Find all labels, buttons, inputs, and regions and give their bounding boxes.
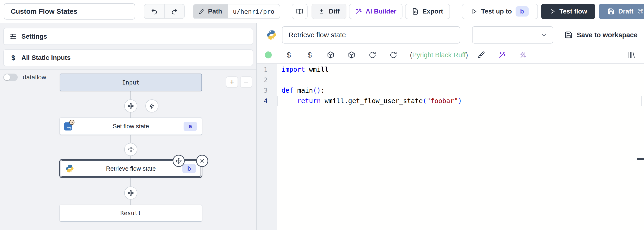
play-icon bbox=[471, 8, 478, 15]
line-number: 3 bbox=[257, 85, 268, 96]
reload-icon[interactable] bbox=[368, 51, 376, 59]
diff-label: Diff bbox=[329, 8, 340, 15]
docs-button[interactable] bbox=[292, 4, 308, 19]
save-icon bbox=[608, 8, 614, 15]
graph-node-set-flow-state[interactable]: TS Set flow state a bbox=[60, 118, 202, 135]
step-editor-panel: Retrieve flow state Save to workspace $ … bbox=[257, 23, 644, 230]
ai-builder-button[interactable]: AI Builder bbox=[349, 4, 402, 19]
package-icon[interactable] bbox=[348, 51, 356, 59]
save-to-workspace-button[interactable]: Save to workspace bbox=[565, 31, 638, 39]
draft-shortcut: ⌘S bbox=[638, 8, 644, 15]
undo-icon bbox=[151, 8, 158, 15]
line-number: 1 bbox=[257, 64, 268, 75]
chevron-down-icon bbox=[540, 31, 548, 39]
graph-node-input[interactable]: Input bbox=[60, 74, 202, 91]
package-icon[interactable] bbox=[327, 51, 334, 59]
export-button[interactable]: Export bbox=[405, 4, 450, 19]
undo-redo-group bbox=[144, 4, 185, 19]
ai-builder-label: AI Builder bbox=[366, 8, 396, 15]
input-node-label: Input bbox=[122, 79, 140, 86]
insert-step-button[interactable] bbox=[124, 99, 137, 112]
test-flow-label: Test flow bbox=[559, 8, 587, 15]
editor-scrollbar[interactable] bbox=[637, 64, 637, 230]
variables-icon[interactable]: $ bbox=[285, 52, 293, 59]
dataflow-label: dataflow bbox=[23, 74, 46, 81]
path-button-group[interactable]: Path u/henri/pro bbox=[193, 4, 280, 19]
dataflow-toggle[interactable] bbox=[3, 74, 18, 81]
step-id-badge: a bbox=[184, 122, 197, 131]
step-id-badge: b bbox=[182, 164, 196, 173]
code-line-4[interactable]: 4 return wmill.get_flow_user_state("foob… bbox=[257, 96, 644, 106]
flow-name-input[interactable]: Custom Flow States bbox=[4, 3, 135, 20]
line-number: 2 bbox=[257, 75, 268, 85]
step-editor-header: Retrieve flow state Save to workspace bbox=[257, 23, 644, 47]
test-up-to-step-badge: b bbox=[516, 6, 528, 17]
delete-node-button[interactable] bbox=[196, 155, 208, 167]
top-toolbar: Custom Flow States Path u/henri/pro bbox=[0, 0, 644, 23]
test-flow-button[interactable]: Test flow bbox=[541, 4, 595, 19]
overview-ruler-mark bbox=[637, 158, 644, 160]
line-number: 4 bbox=[257, 96, 268, 106]
test-up-to-button[interactable]: Test up to b bbox=[462, 4, 538, 19]
pencil-icon bbox=[199, 8, 205, 15]
sliders-icon bbox=[10, 33, 17, 40]
save-draft-button[interactable]: Draft ⌘S bbox=[599, 4, 644, 19]
step-name-input[interactable]: Retrieve flow state bbox=[282, 26, 460, 44]
code-line-3[interactable]: 3def main(): bbox=[257, 85, 644, 96]
sparkles-icon[interactable] bbox=[519, 51, 527, 59]
path-label: Path bbox=[208, 8, 222, 15]
insert-step-button[interactable] bbox=[124, 186, 137, 199]
toggle-knob bbox=[4, 74, 10, 80]
settings-label: Settings bbox=[22, 33, 47, 40]
dollar-icon: $ bbox=[10, 54, 17, 62]
draft-label: Draft bbox=[618, 8, 633, 15]
flow-name-text: Custom Flow States bbox=[11, 8, 78, 15]
export-label: Export bbox=[422, 8, 443, 15]
flow-sidebar: Settings $ All Static Inputs dataflow + … bbox=[0, 23, 257, 230]
python-icon bbox=[66, 164, 74, 173]
save-to-workspace-label: Save to workspace bbox=[577, 31, 638, 39]
code-line-2[interactable]: 2 bbox=[257, 75, 644, 85]
node-label: Set flow state bbox=[112, 123, 149, 130]
all-static-inputs-button[interactable]: $ All Static Inputs bbox=[3, 49, 253, 66]
path-edit-segment[interactable]: Path bbox=[193, 5, 228, 18]
library-icon[interactable] bbox=[627, 51, 635, 59]
code-lines[interactable]: 1import wmill23def main():4 return wmill… bbox=[257, 64, 644, 106]
zoom-out-button[interactable]: − bbox=[240, 76, 252, 88]
step-name-text: Retrieve flow state bbox=[288, 31, 346, 39]
undo-button[interactable] bbox=[144, 5, 164, 18]
diff-icon bbox=[318, 8, 325, 15]
path-value: u/henri/pro bbox=[228, 5, 280, 18]
reload-icon[interactable] bbox=[390, 51, 398, 59]
code-assistants-status[interactable]: (Pyright Black Ruff) bbox=[410, 51, 468, 59]
flow-graph-canvas[interactable]: dataflow + − Input TS Set flow bbox=[0, 70, 256, 229]
redo-icon bbox=[171, 8, 178, 15]
file-code-icon bbox=[412, 8, 419, 15]
code-editor[interactable]: 1import wmill23def main():4 return wmill… bbox=[257, 63, 644, 230]
code-line-1[interactable]: 1import wmill bbox=[257, 64, 644, 75]
result-node-label: Result bbox=[120, 210, 141, 216]
ai-wand-icon[interactable] bbox=[498, 51, 506, 59]
format-brush-icon[interactable] bbox=[477, 51, 485, 59]
wand-sparkles-icon bbox=[355, 8, 362, 15]
bun-icon bbox=[69, 120, 74, 125]
language-select[interactable] bbox=[472, 26, 553, 44]
test-up-to-label: Test up to bbox=[481, 8, 512, 15]
graph-node-result[interactable]: Result bbox=[60, 205, 202, 222]
save-icon bbox=[565, 31, 572, 39]
editor-toolbar: $ $ (Pyright Black Ruff) bbox=[257, 47, 644, 63]
zoom-in-button[interactable]: + bbox=[226, 76, 238, 88]
book-open-icon bbox=[296, 8, 303, 15]
code-text: return wmill.get_flow_user_state("foobar… bbox=[282, 96, 462, 106]
assistant-names: Pyright Black Ruff bbox=[412, 51, 466, 59]
diff-button[interactable]: Diff bbox=[312, 4, 346, 19]
settings-button[interactable]: Settings bbox=[3, 28, 253, 45]
typescript-bun-icon: TS bbox=[64, 122, 72, 130]
add-trigger-button[interactable] bbox=[146, 99, 158, 112]
move-node-button[interactable] bbox=[173, 155, 185, 167]
resources-icon[interactable]: $ bbox=[306, 52, 314, 59]
insert-step-button[interactable] bbox=[124, 143, 137, 156]
python-icon bbox=[266, 30, 277, 40]
redo-button[interactable] bbox=[164, 5, 184, 18]
language-status-dot bbox=[265, 52, 272, 58]
